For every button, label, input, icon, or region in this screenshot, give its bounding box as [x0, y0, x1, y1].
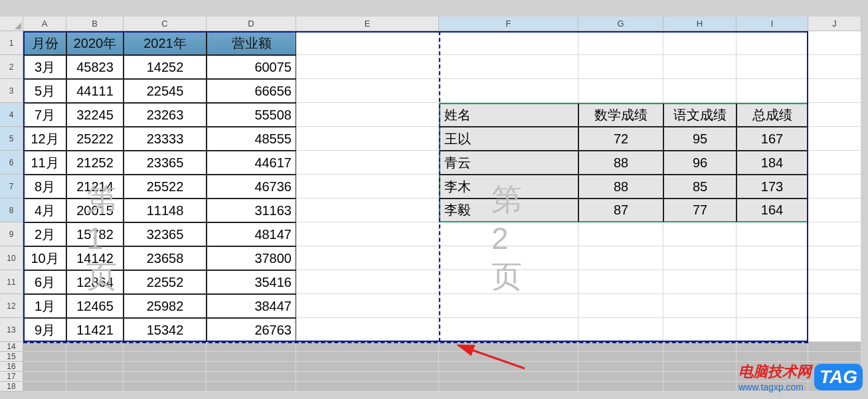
cell[interactable]	[296, 342, 439, 352]
cell[interactable]	[737, 222, 808, 246]
cell[interactable]	[663, 382, 737, 392]
cell[interactable]: 5月	[23, 79, 66, 103]
cell[interactable]	[737, 270, 808, 294]
cell[interactable]	[66, 382, 124, 392]
cell[interactable]	[737, 55, 808, 79]
cell[interactable]: 88	[578, 175, 663, 199]
cell[interactable]: 12864	[66, 270, 124, 294]
cell[interactable]: 语文成绩	[663, 103, 737, 127]
row-head[interactable]: 16	[0, 362, 23, 372]
cell[interactable]	[808, 199, 861, 222]
cell[interactable]	[808, 352, 861, 362]
cell[interactable]	[207, 362, 296, 372]
row-head[interactable]: 12	[0, 294, 23, 318]
cell[interactable]	[808, 318, 861, 342]
cell[interactable]: 95	[663, 127, 737, 151]
cell[interactable]: 72	[578, 127, 663, 151]
cell[interactable]	[808, 103, 861, 127]
cell[interactable]: 44617	[207, 151, 296, 175]
cell[interactable]: 31163	[207, 199, 296, 222]
cell[interactable]	[737, 294, 808, 318]
cell[interactable]	[808, 31, 861, 55]
cell[interactable]: 2021年	[124, 31, 207, 55]
cell[interactable]: 87	[578, 199, 663, 222]
cell[interactable]: 37800	[207, 246, 296, 270]
cell[interactable]	[808, 175, 861, 199]
row-head[interactable]: 7	[0, 175, 23, 199]
cell[interactable]: 12月	[23, 127, 66, 151]
cell[interactable]	[296, 362, 439, 372]
cell[interactable]: 11421	[66, 318, 124, 342]
cell[interactable]: 1月	[23, 294, 66, 318]
col-head-C[interactable]: C	[124, 17, 207, 31]
col-head-A[interactable]: A	[23, 17, 66, 31]
cell[interactable]: 66656	[207, 79, 296, 103]
cell[interactable]	[439, 31, 578, 55]
cell[interactable]: 60075	[207, 55, 296, 79]
cell[interactable]	[66, 362, 124, 372]
cell[interactable]: 85	[663, 175, 737, 199]
cell[interactable]: 35416	[207, 270, 296, 294]
cell[interactable]	[737, 352, 808, 362]
cell[interactable]: 2020年	[66, 31, 124, 55]
cell[interactable]	[23, 342, 66, 352]
row-head[interactable]: 4	[0, 103, 23, 127]
cell[interactable]	[124, 372, 207, 382]
cell[interactable]	[124, 342, 207, 352]
cell[interactable]: 8月	[23, 175, 66, 199]
cell[interactable]: 青云	[439, 151, 578, 175]
cell[interactable]: 32365	[124, 222, 207, 246]
cell[interactable]: 23658	[124, 246, 207, 270]
col-head-G[interactable]: G	[578, 17, 663, 31]
cell[interactable]	[808, 55, 861, 79]
col-head-J[interactable]: J	[808, 17, 861, 31]
cell[interactable]	[207, 372, 296, 382]
cell[interactable]	[663, 372, 737, 382]
cell[interactable]: 14252	[124, 55, 207, 79]
cell[interactable]	[296, 372, 439, 382]
cell[interactable]	[578, 294, 663, 318]
cell[interactable]: 4月	[23, 199, 66, 222]
cell[interactable]: 2月	[23, 222, 66, 246]
cell[interactable]: 9月	[23, 318, 66, 342]
cell[interactable]	[296, 31, 439, 55]
cell[interactable]: 王以	[439, 127, 578, 151]
row-head[interactable]: 1	[0, 31, 23, 55]
cell[interactable]	[663, 222, 737, 246]
cell[interactable]	[296, 199, 439, 222]
cell[interactable]: 月份	[23, 31, 66, 55]
col-head-I[interactable]: I	[737, 17, 808, 31]
cell[interactable]	[663, 31, 737, 55]
cell[interactable]: 姓名	[439, 103, 578, 127]
cell[interactable]	[578, 372, 663, 382]
cell[interactable]	[663, 342, 737, 352]
cell[interactable]	[578, 362, 663, 372]
cell[interactable]: 77	[663, 199, 737, 222]
cell[interactable]	[439, 246, 578, 270]
cell[interactable]	[737, 318, 808, 342]
row-head[interactable]: 8	[0, 199, 23, 222]
cell[interactable]	[737, 79, 808, 103]
page-break-vertical[interactable]	[439, 31, 440, 342]
cell[interactable]	[808, 294, 861, 318]
cell[interactable]	[23, 362, 66, 372]
cell[interactable]	[663, 352, 737, 362]
cell[interactable]	[124, 382, 207, 392]
cell[interactable]	[124, 352, 207, 362]
cell[interactable]: 23333	[124, 127, 207, 151]
cell[interactable]	[578, 342, 663, 352]
cell[interactable]	[23, 382, 66, 392]
cell[interactable]: 李木	[439, 175, 578, 199]
col-head-D[interactable]: D	[207, 17, 296, 31]
cell[interactable]	[663, 246, 737, 270]
cell[interactable]: 48555	[207, 127, 296, 151]
cell[interactable]	[663, 55, 737, 79]
cell[interactable]	[207, 382, 296, 392]
cell[interactable]: 164	[737, 199, 808, 222]
cell[interactable]	[296, 246, 439, 270]
cell[interactable]	[296, 318, 439, 342]
row-head[interactable]: 9	[0, 222, 23, 246]
cell[interactable]	[207, 352, 296, 362]
cell[interactable]	[439, 79, 578, 103]
cell[interactable]: 23263	[124, 103, 207, 127]
